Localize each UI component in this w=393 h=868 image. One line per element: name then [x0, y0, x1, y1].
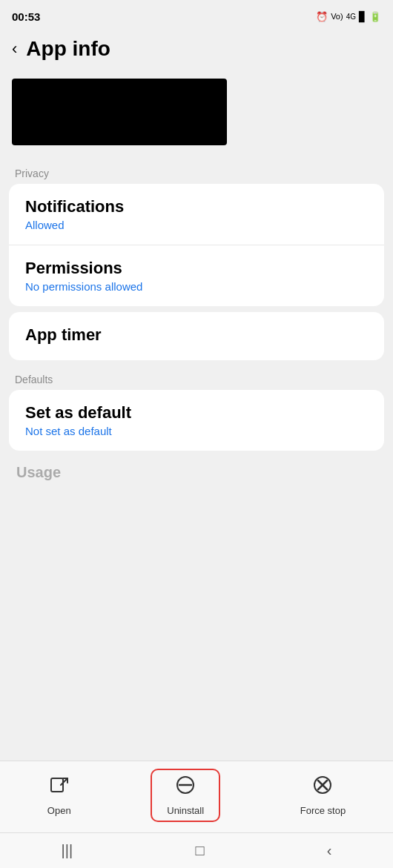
- uninstall-icon: [175, 775, 196, 801]
- uninstall-button[interactable]: Uninstall: [151, 769, 220, 822]
- force-stop-icon: [312, 775, 333, 801]
- defaults-card: Set as default Not set as default: [9, 390, 384, 451]
- permissions-subtitle: No permissions allowed: [25, 280, 368, 293]
- set-as-default-item[interactable]: Set as default Not set as default: [9, 390, 384, 451]
- app-timer-title: App timer: [25, 325, 368, 345]
- nav-menu-icon[interactable]: |||: [62, 842, 73, 859]
- back-button[interactable]: ‹: [12, 39, 17, 59]
- uninstall-label: Uninstall: [167, 805, 204, 816]
- signal-icon: ▊: [359, 11, 366, 22]
- set-as-default-subtitle: Not set as default: [25, 425, 368, 437]
- force-stop-button[interactable]: Force stop: [285, 770, 360, 821]
- 4g-icon: 4G: [346, 13, 356, 21]
- app-icon: [12, 79, 227, 145]
- app-icon-area: [0, 71, 393, 160]
- permissions-title: Permissions: [25, 259, 368, 278]
- app-timer-card: App timer: [9, 312, 384, 360]
- set-as-default-title: Set as default: [25, 403, 368, 423]
- status-bar: 00:53 ⏰ Vo) 4G ▊ 🔋: [0, 0, 393, 30]
- status-time: 00:53: [12, 10, 40, 23]
- usage-peek-label: Usage: [0, 457, 393, 484]
- force-stop-label: Force stop: [300, 805, 346, 816]
- privacy-section-label: Privacy: [0, 160, 393, 184]
- open-icon: [49, 775, 70, 801]
- notifications-item[interactable]: Notifications Allowed: [9, 184, 384, 245]
- open-label: Open: [47, 805, 71, 816]
- alarm-icon: ⏰: [316, 11, 328, 22]
- app-timer-item[interactable]: App timer: [9, 312, 384, 360]
- top-bar: ‹ App info: [0, 30, 393, 71]
- nav-back-icon[interactable]: ‹: [327, 842, 332, 859]
- battery-icon: 🔋: [369, 11, 381, 22]
- permissions-item[interactable]: Permissions No permissions allowed: [9, 245, 384, 306]
- vol-icon: Vo): [331, 12, 343, 21]
- open-button[interactable]: Open: [33, 770, 86, 821]
- bottom-action-bar: Open Uninstall Force stop: [0, 761, 393, 832]
- notifications-subtitle: Allowed: [25, 219, 368, 231]
- privacy-card: Notifications Allowed Permissions No per…: [9, 184, 384, 306]
- nav-home-icon[interactable]: □: [195, 842, 204, 859]
- notifications-title: Notifications: [25, 197, 368, 216]
- nav-bar: ||| □ ‹: [0, 832, 393, 868]
- defaults-section-label: Defaults: [0, 366, 393, 390]
- page-title: App info: [26, 37, 110, 61]
- status-icons: ⏰ Vo) 4G ▊ 🔋: [316, 11, 381, 22]
